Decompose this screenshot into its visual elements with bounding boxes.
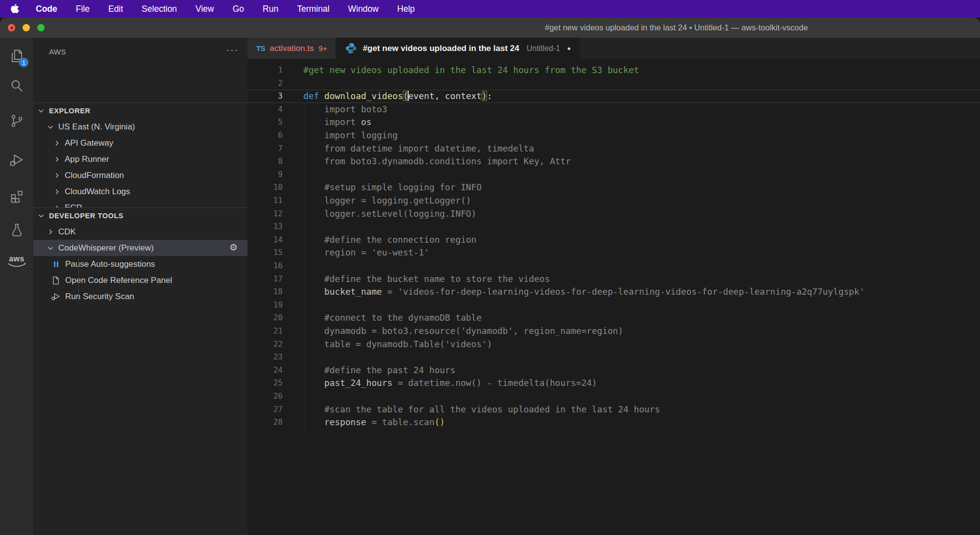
explorer-icon[interactable]: 1 — [0, 49, 33, 65]
code-line-11[interactable]: 11 logger = logging.getLogger() — [247, 194, 980, 207]
code-line-15[interactable]: 15 region = 'eu-west-1' — [247, 246, 980, 259]
menu-selection[interactable]: Selection — [142, 4, 177, 14]
line-number: 16 — [247, 259, 283, 273]
code-line-23[interactable]: 23 — [247, 351, 980, 364]
sidebar-item-app-runner[interactable]: App Runner — [33, 151, 247, 167]
sidebar-item-codewhisperer-preview[interactable]: CodeWhisperer (Preview)⚙ — [33, 240, 247, 256]
code-line-2[interactable]: 2 — [247, 77, 980, 90]
code-text: past_24_hours = datetime.now() - timedel… — [303, 377, 597, 390]
zoom-button[interactable] — [37, 24, 45, 31]
line-number: 22 — [247, 338, 283, 351]
code-line-6[interactable]: 6 import logging — [247, 129, 980, 142]
menu-window[interactable]: Window — [348, 4, 378, 14]
code-line-27[interactable]: 27 #scan the table for all the videos up… — [247, 403, 980, 416]
gear-icon[interactable]: ⚙ — [229, 242, 238, 253]
line-number: 23 — [247, 351, 283, 364]
sidebar-header: AWS ··· — [33, 44, 247, 60]
code-line-12[interactable]: 12 logger.setLevel(logging.INFO) — [247, 207, 980, 221]
code-text: table = dynamodb.Table('videos') — [303, 338, 492, 351]
line-number: 7 — [247, 142, 283, 155]
code-text: dynamodb = boto3.resource('dynamodb', re… — [303, 325, 623, 338]
sidebar-item-api-gateway[interactable]: API Gateway — [33, 135, 247, 151]
menu-file[interactable]: File — [76, 4, 90, 14]
line-number: 9 — [247, 168, 283, 181]
extensions-icon[interactable] — [0, 188, 33, 204]
sidebar-item-us-east-n-virginia[interactable]: US East (N. Virginia) — [33, 119, 247, 135]
menu-view[interactable]: View — [196, 4, 214, 14]
code-text: from boto3.dynamodb.conditions import Ke… — [303, 155, 571, 168]
sidebar-item-pause-auto-suggestions[interactable]: Pause Auto-suggestions — [33, 256, 247, 272]
minimize-button[interactable] — [23, 24, 30, 31]
code-text: def download_videos(event, context): — [303, 90, 492, 103]
line-number: 11 — [247, 194, 283, 207]
code-line-16[interactable]: 16 — [247, 259, 980, 273]
code-line-10[interactable]: 10 #setup simple logging for INFO — [247, 181, 980, 194]
section-header-developer-tools[interactable]: DEVELOPER TOOLS — [33, 207, 247, 224]
code-line-4[interactable]: 4 import boto3 — [247, 103, 980, 116]
menu-items: CodeFileEditSelectionViewGoRunTerminalWi… — [36, 4, 434, 14]
code-line-24[interactable]: 24 #define the past 24 hours — [247, 364, 980, 377]
tab-get-new-videos-uploaded-in-the-last-24[interactable]: #get new videos uploaded in the last 24U… — [336, 38, 580, 59]
code-text: #scan the table for all the videos uploa… — [303, 403, 660, 416]
code-line-14[interactable]: 14 #define the connection region — [247, 233, 980, 247]
code-text: #setup simple logging for INFO — [303, 181, 482, 194]
code-line-20[interactable]: 20 #connect to the dynamoDB table — [247, 311, 980, 325]
menu-run[interactable]: Run — [263, 4, 278, 14]
code-line-21[interactable]: 21 dynamodb = boto3.resource('dynamodb',… — [247, 325, 980, 338]
tab-label: #get new videos uploaded in the last 24 — [363, 44, 519, 53]
code-line-9[interactable]: 9 — [247, 168, 980, 181]
code-line-8[interactable]: 8 from boto3.dynamodb.conditions import … — [247, 155, 980, 168]
code-text: #define the connection region — [303, 233, 476, 247]
aws-icon: aws — [7, 255, 26, 268]
source-control-icon[interactable] — [0, 113, 33, 128]
sidebar-item-cloudformation[interactable]: CloudFormation — [33, 167, 247, 183]
code-line-22[interactable]: 22 table = dynamodb.Table('videos') — [247, 338, 980, 351]
sidebar-item-cdk[interactable]: CDK — [33, 224, 247, 240]
code-line-17[interactable]: 17 #define the bucket name to store the … — [247, 273, 980, 286]
menu-code[interactable]: Code — [36, 4, 57, 14]
line-number: 24 — [247, 364, 283, 377]
code-line-19[interactable]: 19 — [247, 299, 980, 312]
code-line-1[interactable]: 1#get new videos uploaded in the last 24… — [247, 64, 980, 77]
sidebar-item-run-security-scan[interactable]: Run Security Scan — [33, 288, 247, 305]
menu-go[interactable]: Go — [233, 4, 244, 14]
line-number: 5 — [247, 116, 283, 129]
menu-terminal[interactable]: Terminal — [297, 4, 329, 14]
tree-indent-guide — [78, 258, 79, 304]
tab-activation-ts[interactable]: TSactivation.ts9+ — [247, 38, 336, 59]
problems-badge: 9+ — [318, 44, 327, 52]
code-text: bucket_name = 'videos-for-deep-learning-… — [303, 285, 864, 299]
code-line-3[interactable]: 3def download_videos(event, context): — [247, 90, 980, 103]
code-text: #define the past 24 hours — [303, 364, 455, 377]
code-line-13[interactable]: 13 — [247, 220, 980, 233]
chevron-right-icon — [53, 139, 61, 147]
code-line-25[interactable]: 25 past_24_hours = datetime.now() - time… — [247, 377, 980, 390]
line-number: 20 — [247, 311, 283, 325]
aws-icon[interactable]: aws — [0, 255, 33, 268]
code-line-18[interactable]: 18 bucket_name = 'videos-for-deep-learni… — [247, 285, 980, 299]
code-editor[interactable]: 1#get new videos uploaded in the last 24… — [247, 59, 980, 535]
testing-icon[interactable] — [0, 223, 33, 238]
menu-edit[interactable]: Edit — [108, 4, 123, 14]
sidebar-item-open-code-reference-panel[interactable]: Open Code Reference Panel — [33, 272, 247, 288]
code-line-5[interactable]: 5 import os — [247, 116, 980, 129]
sidebar-item-ecr[interactable]: ECR — [33, 200, 247, 207]
modified-dot-icon[interactable]: ● — [567, 45, 571, 52]
close-button[interactable] — [8, 24, 15, 31]
line-number: 3 — [247, 90, 283, 103]
more-actions-icon[interactable]: ··· — [226, 45, 239, 55]
explorer-badge: 1 — [19, 58, 28, 67]
line-number: 8 — [247, 155, 283, 168]
menu-help[interactable]: Help — [397, 4, 415, 14]
search-icon[interactable] — [0, 78, 33, 94]
sidebar-item-cloudwatch-logs[interactable]: CloudWatch Logs — [33, 183, 247, 200]
code-text: import logging — [303, 129, 398, 142]
title-bar[interactable]: #get new videos uploaded in the last 24 … — [0, 18, 980, 38]
code-line-28[interactable]: 28 response = table.scan() — [247, 416, 980, 429]
run-debug-icon[interactable] — [0, 153, 33, 168]
code-text: #define the bucket name to store the vid… — [303, 273, 550, 286]
code-line-26[interactable]: 26 — [247, 390, 980, 403]
code-line-7[interactable]: 7 from datetime import datetime, timedel… — [247, 142, 980, 155]
section-header-explorer[interactable]: EXPLORER — [33, 102, 247, 119]
apple-icon[interactable] — [11, 4, 19, 14]
